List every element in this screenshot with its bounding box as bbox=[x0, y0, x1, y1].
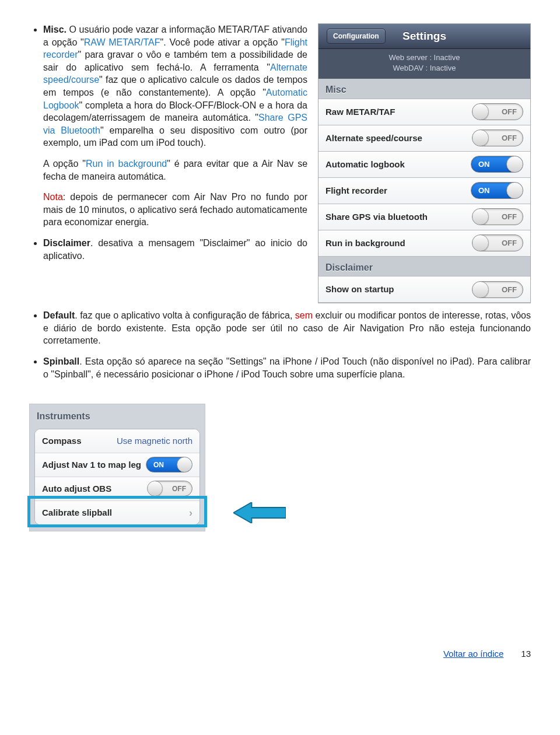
row-value: Use magnetic north bbox=[117, 435, 192, 447]
row-label: Run in background bbox=[326, 237, 405, 249]
switch-raw-metar[interactable]: OFF bbox=[472, 103, 523, 120]
arrow-left-icon bbox=[233, 502, 286, 523]
default-sem: sem bbox=[295, 310, 313, 320]
back-to-index-link[interactable]: Voltar ao índice bbox=[443, 648, 503, 660]
switch-knob-icon bbox=[472, 235, 489, 251]
switch-knob-icon bbox=[472, 130, 489, 146]
row-show-startup[interactable]: Show on startup OFF bbox=[318, 276, 530, 303]
switch-knob-icon bbox=[472, 103, 489, 120]
back-label: Configuration bbox=[333, 32, 379, 40]
misc-item: Misc. O usuário pode vazar a informação … bbox=[43, 23, 307, 229]
spinball-title: Spinball bbox=[43, 356, 79, 366]
default-title: Default bbox=[43, 310, 75, 320]
row-compass[interactable]: Compass Use magnetic north bbox=[35, 429, 200, 453]
chevron-right-icon: › bbox=[189, 506, 192, 520]
switch-knob-icon bbox=[177, 457, 192, 473]
nota-label: Nota bbox=[43, 192, 63, 202]
row-label: Calibrate slipball bbox=[42, 507, 112, 519]
row-label: Automatic logbook bbox=[326, 159, 405, 170]
section-disclaimer: Disclaimer bbox=[318, 257, 530, 276]
row-adjust-nav1[interactable]: Adjust Nav 1 to map leg ON bbox=[35, 453, 200, 477]
switch-auto-logbook[interactable]: ON bbox=[471, 156, 523, 173]
disclaimer-item: Disclaimer. desativa a mensagem "Disclai… bbox=[43, 237, 307, 262]
switch-alt-speed[interactable]: OFF bbox=[472, 130, 523, 146]
row-label: Share GPS via bluetooth bbox=[326, 211, 428, 223]
settings-screenshot: Configuration Settings Web server : Inac… bbox=[318, 23, 531, 303]
status-webdav: WebDAV : Inactive bbox=[318, 63, 530, 74]
switch-knob-icon bbox=[472, 208, 489, 225]
row-calibrate-slipball[interactable]: Calibrate slipball › bbox=[35, 501, 200, 524]
switch-flight-recorder[interactable]: ON bbox=[471, 182, 523, 199]
switch-knob-icon bbox=[472, 281, 489, 298]
switch-knob-icon bbox=[147, 481, 163, 496]
spinball-item: Spinball. Esta opção só aparece na seção… bbox=[43, 355, 531, 380]
switch-knob-icon bbox=[506, 182, 523, 199]
t: " para gravar o vôo e também tem a possi… bbox=[43, 50, 307, 72]
back-button[interactable]: Configuration bbox=[327, 29, 386, 44]
switch-show-startup[interactable]: OFF bbox=[472, 281, 523, 298]
switch-adjust-nav1[interactable]: ON bbox=[146, 457, 192, 473]
row-alt-speed[interactable]: Alternate speed/course OFF bbox=[318, 125, 530, 152]
row-label: Auto adjust OBS bbox=[42, 483, 111, 495]
t: ". Você pode ativar a opção " bbox=[160, 37, 285, 47]
row-label: Compass bbox=[42, 435, 82, 447]
switch-run-background[interactable]: OFF bbox=[472, 235, 523, 251]
navbar: Configuration Settings bbox=[318, 24, 530, 49]
nota-body: : depois de permanecer com Air Nav Pro n… bbox=[43, 192, 307, 227]
t: . faz que o aplicativo volta à configura… bbox=[75, 310, 295, 320]
server-status: Web server : Inactive WebDAV : Inactive bbox=[318, 49, 530, 79]
switch-auto-obs[interactable]: OFF bbox=[147, 481, 192, 496]
row-flight-recorder[interactable]: Flight recorder ON bbox=[318, 177, 530, 204]
row-share-gps[interactable]: Share GPS via bluetooth OFF bbox=[318, 204, 530, 230]
t: A opção " bbox=[43, 159, 86, 169]
disclaimer-title: Disclaimer bbox=[43, 238, 90, 248]
kw-raw: RAW METAR/TAF bbox=[84, 37, 160, 47]
row-label: Raw METAR/TAF bbox=[326, 106, 395, 118]
misc-title: Misc. bbox=[43, 24, 66, 34]
switch-share-gps[interactable]: OFF bbox=[472, 208, 523, 225]
instruments-screenshot: Instruments Compass Use magnetic north A… bbox=[29, 404, 205, 531]
switch-knob-icon bbox=[506, 156, 523, 173]
kw-runbg: Run in background bbox=[86, 159, 167, 169]
page-number: 13 bbox=[521, 648, 531, 660]
row-label: Adjust Nav 1 to map leg bbox=[42, 459, 141, 471]
row-label: Alternate speed/course bbox=[326, 132, 422, 144]
default-item: Default. faz que o aplicativo volta à co… bbox=[43, 309, 531, 347]
section-instruments: Instruments bbox=[30, 404, 205, 425]
section-misc: Misc bbox=[318, 79, 530, 99]
row-run-background[interactable]: Run in background OFF bbox=[318, 230, 530, 257]
svg-marker-0 bbox=[233, 502, 286, 523]
row-label: Show on startup bbox=[326, 284, 394, 295]
page-footer: Voltar ao índice 13 bbox=[29, 648, 531, 660]
spinball-body: . Esta opção só aparece na seção "Settin… bbox=[43, 356, 531, 379]
status-web: Web server : Inactive bbox=[318, 52, 530, 63]
row-raw-metar[interactable]: Raw METAR/TAF OFF bbox=[318, 99, 530, 125]
row-auto-obs[interactable]: Auto adjust OBS OFF bbox=[35, 477, 200, 501]
row-label: Flight recorder bbox=[326, 185, 387, 197]
row-auto-logbook[interactable]: Automatic logbook ON bbox=[318, 151, 530, 178]
